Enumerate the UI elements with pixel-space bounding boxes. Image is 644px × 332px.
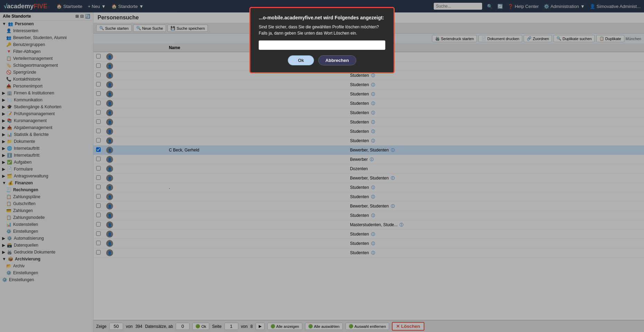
modal-buttons: Ok Abbrechen — [259, 55, 385, 65]
modal-title: ...o-mobile.academyfive.net wird Folgend… — [259, 15, 385, 20]
modal-confirm-input[interactable] — [259, 40, 385, 50]
modal-overlay: ...o-mobile.academyfive.net wird Folgend… — [0, 0, 644, 332]
delete-confirmation-modal: ...o-mobile.academyfive.net wird Folgend… — [249, 7, 395, 73]
modal-abbrechen-button[interactable]: Abbrechen — [318, 55, 356, 65]
modal-ok-button[interactable]: Ok — [288, 55, 314, 65]
modal-body: Sind Sie sicher, dass Sie die gewählten … — [259, 24, 385, 36]
